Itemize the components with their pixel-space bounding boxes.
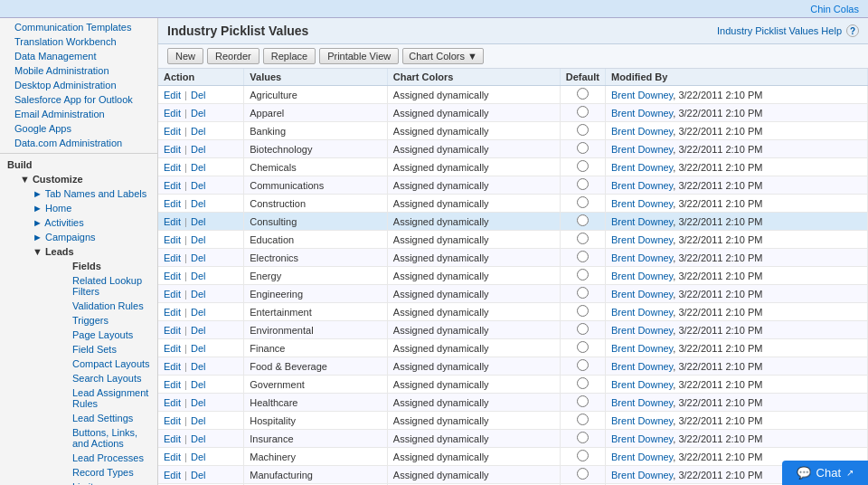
sidebar-item-desktop-admin[interactable]: Desktop Administration: [0, 78, 157, 92]
replace-button[interactable]: Replace: [263, 48, 316, 64]
modified-by-link[interactable]: Brent Downey: [611, 325, 673, 336]
default-radio[interactable]: [577, 341, 589, 353]
reorder-button[interactable]: Reorder: [207, 48, 259, 64]
default-radio[interactable]: [577, 233, 589, 244]
modified-by-link[interactable]: Brent Downey: [611, 361, 673, 372]
sidebar-item-data-mgmt[interactable]: Data Management: [0, 49, 157, 63]
sidebar-item-mobile-admin[interactable]: Mobile Administration: [0, 63, 157, 78]
del-link[interactable]: Del: [191, 162, 206, 173]
chat-button[interactable]: 💬 Chat ↗: [782, 461, 868, 485]
modified-by-link[interactable]: Brent Downey: [611, 397, 673, 408]
sidebar-item-activities[interactable]: ► Activities: [25, 215, 157, 230]
edit-link[interactable]: Edit: [164, 162, 181, 173]
modified-by-link[interactable]: Brent Downey: [611, 343, 673, 354]
sidebar-leaf-field-sets[interactable]: Field Sets: [43, 342, 157, 357]
edit-link[interactable]: Edit: [164, 343, 181, 354]
new-button[interactable]: New: [167, 48, 203, 64]
edit-link[interactable]: Edit: [164, 452, 181, 462]
default-radio[interactable]: [577, 196, 589, 208]
sidebar-item-google-apps[interactable]: Google Apps: [0, 121, 157, 136]
sidebar-leaf-record-types[interactable]: Record Types: [43, 465, 157, 480]
default-radio[interactable]: [577, 323, 589, 335]
edit-link[interactable]: Edit: [164, 379, 181, 390]
edit-link[interactable]: Edit: [164, 108, 181, 119]
modified-by-link[interactable]: Brent Downey: [611, 470, 673, 480]
modified-by-link[interactable]: Brent Downey: [611, 379, 673, 390]
default-radio[interactable]: [577, 142, 589, 154]
del-link[interactable]: Del: [191, 397, 206, 408]
sidebar-leaf-buttons-links[interactable]: Buttons, Links, and Actions: [43, 425, 157, 451]
del-link[interactable]: Del: [191, 452, 206, 462]
sidebar-item-sfapp-outlook[interactable]: Salesforce App for Outlook: [0, 92, 157, 107]
edit-link[interactable]: Edit: [164, 361, 181, 372]
sidebar-item-translation[interactable]: Translation Workbench: [0, 34, 157, 49]
del-link[interactable]: Del: [191, 252, 206, 263]
modified-by-link[interactable]: Brent Downey: [611, 180, 673, 191]
modified-by-link[interactable]: Brent Downey: [611, 307, 673, 318]
del-link[interactable]: Del: [191, 343, 206, 354]
sidebar-leaf-validation[interactable]: Validation Rules: [43, 299, 157, 313]
sidebar-leaf-fields[interactable]: Fields: [43, 259, 157, 273]
modified-by-link[interactable]: Brent Downey: [611, 108, 673, 119]
edit-link[interactable]: Edit: [164, 325, 181, 336]
chart-colors-button[interactable]: Chart Colors ▼: [402, 48, 484, 64]
default-radio[interactable]: [577, 395, 589, 407]
printable-view-button[interactable]: Printable View: [319, 48, 399, 64]
default-radio[interactable]: [577, 287, 589, 299]
sidebar-leaf-triggers[interactable]: Triggers: [43, 313, 157, 328]
del-link[interactable]: Del: [191, 234, 206, 245]
edit-link[interactable]: Edit: [164, 415, 181, 426]
modified-by-link[interactable]: Brent Downey: [611, 234, 673, 245]
edit-link[interactable]: Edit: [164, 234, 181, 245]
default-radio[interactable]: [577, 178, 589, 190]
del-link[interactable]: Del: [191, 216, 206, 227]
default-radio[interactable]: [577, 269, 589, 281]
edit-link[interactable]: Edit: [164, 90, 181, 100]
sidebar-leaf-compact-layouts[interactable]: Compact Layouts: [43, 357, 157, 371]
del-link[interactable]: Del: [191, 108, 206, 119]
del-link[interactable]: Del: [191, 90, 206, 100]
default-radio[interactable]: [577, 106, 589, 118]
modified-by-link[interactable]: Brent Downey: [611, 252, 673, 263]
default-radio[interactable]: [577, 377, 589, 389]
default-radio[interactable]: [577, 468, 589, 480]
edit-link[interactable]: Edit: [164, 397, 181, 408]
del-link[interactable]: Del: [191, 415, 206, 426]
sidebar-leaf-assignment-rules[interactable]: Lead Assignment Rules: [43, 385, 157, 411]
del-link[interactable]: Del: [191, 144, 206, 155]
del-link[interactable]: Del: [191, 180, 206, 191]
default-radio[interactable]: [577, 450, 589, 461]
modified-by-link[interactable]: Brent Downey: [611, 198, 673, 209]
sidebar-leaf-page-layouts[interactable]: Page Layouts: [43, 328, 157, 342]
default-radio[interactable]: [577, 160, 589, 172]
modified-by-link[interactable]: Brent Downey: [611, 90, 673, 100]
del-link[interactable]: Del: [191, 126, 206, 137]
modified-by-link[interactable]: Brent Downey: [611, 144, 673, 155]
del-link[interactable]: Del: [191, 470, 206, 480]
sidebar-leaf-related-lookup[interactable]: Related Lookup Filters: [43, 273, 157, 299]
edit-link[interactable]: Edit: [164, 289, 181, 300]
edit-link[interactable]: Edit: [164, 198, 181, 209]
del-link[interactable]: Del: [191, 433, 206, 444]
sidebar-section-customize[interactable]: ▼ Customize: [0, 172, 157, 186]
edit-link[interactable]: Edit: [164, 144, 181, 155]
edit-link[interactable]: Edit: [164, 470, 181, 480]
default-radio[interactable]: [577, 359, 589, 371]
edit-link[interactable]: Edit: [164, 126, 181, 137]
default-radio[interactable]: [577, 214, 589, 226]
modified-by-link[interactable]: Brent Downey: [611, 415, 673, 426]
modified-by-link[interactable]: Brent Downey: [611, 271, 673, 281]
sidebar-leaf-limits[interactable]: Limits: [43, 480, 157, 485]
edit-link[interactable]: Edit: [164, 216, 181, 227]
modified-by-link[interactable]: Brent Downey: [611, 216, 673, 227]
help-link[interactable]: Industry Picklist Values Help: [717, 25, 842, 36]
del-link[interactable]: Del: [191, 289, 206, 300]
edit-link[interactable]: Edit: [164, 271, 181, 281]
del-link[interactable]: Del: [191, 325, 206, 336]
edit-link[interactable]: Edit: [164, 252, 181, 263]
modified-by-link[interactable]: Brent Downey: [611, 162, 673, 173]
default-radio[interactable]: [577, 305, 589, 317]
default-radio[interactable]: [577, 414, 589, 425]
sidebar-leaf-lead-processes[interactable]: Lead Processes: [43, 451, 157, 465]
edit-link[interactable]: Edit: [164, 433, 181, 444]
